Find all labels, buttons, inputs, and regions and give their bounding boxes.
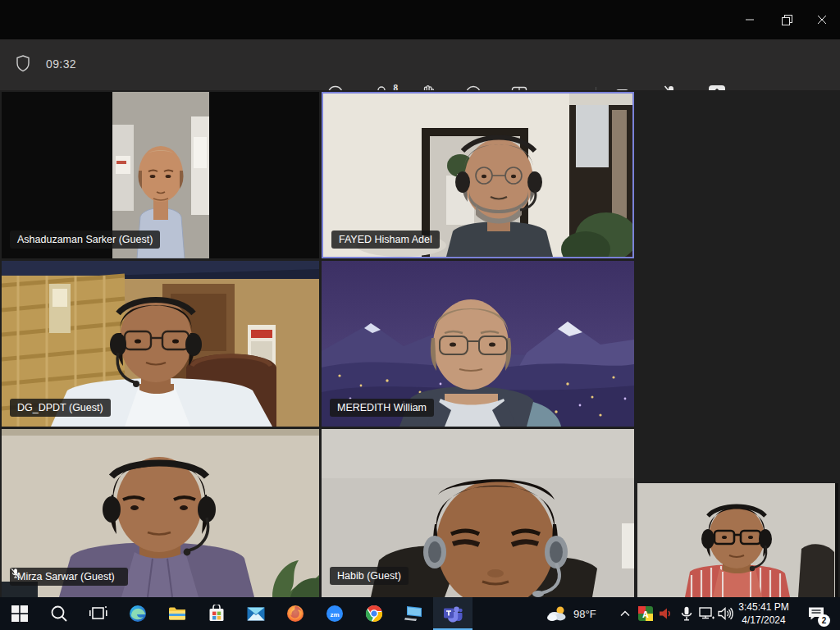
security-shield-icon <box>16 55 30 72</box>
teams-meeting-window: 09:32 Chat 8 People Raise React <box>0 0 840 630</box>
participant-tile-mannaf[interactable]: DM Mannaf, Director DPDT (Guest) <box>637 92 838 486</box>
zoom-icon[interactable]: zm <box>315 597 354 630</box>
tray-microphone[interactable] <box>676 597 696 630</box>
participant-tile-mirza[interactable]: Mirza Sarwar (Guest) <box>2 429 319 597</box>
weather-widget[interactable]: 98°F <box>546 597 596 630</box>
name-label: Mirza Sarwar (Guest) <box>10 568 128 586</box>
teams-icon[interactable] <box>433 597 472 630</box>
edge-icon[interactable] <box>118 597 158 630</box>
title-bar <box>0 0 840 39</box>
folder-icon <box>168 606 186 621</box>
tray-avro-keyboard[interactable]: A <box>635 597 655 630</box>
action-center-button[interactable]: 2 <box>800 597 833 630</box>
meeting-timer: 09:32 <box>46 57 76 71</box>
store-icon[interactable] <box>197 597 236 630</box>
file-explorer-icon[interactable] <box>158 597 197 630</box>
zoom-logo-icon: zm <box>326 605 344 623</box>
name-label: MEREDITH William <box>330 399 434 417</box>
restore-icon <box>782 15 792 25</box>
volume-icon <box>718 607 733 620</box>
minimize-button[interactable] <box>731 0 769 39</box>
participant-tile-habib[interactable]: Habib (Guest) <box>322 429 634 597</box>
clock[interactable]: 3:45:41 PM 4/17/2024 <box>735 600 792 627</box>
participant-tile-fayed[interactable]: FAYED Hisham Adel <box>322 92 634 258</box>
meeting-toolbar: 09:32 Chat 8 People Raise React <box>0 39 840 90</box>
svg-text:A: A <box>642 609 649 619</box>
red-speaker-icon <box>659 607 673 620</box>
video-unnamed <box>637 483 838 597</box>
name-label: FAYED Hisham Adel <box>331 231 440 249</box>
task-view-icon <box>89 605 107 622</box>
teams-logo-icon <box>443 605 463 623</box>
monitor-icon <box>404 605 423 622</box>
temperature: 98°F <box>573 608 596 620</box>
chevron-up-icon <box>620 610 630 617</box>
minimize-icon <box>745 15 755 25</box>
firefox-icon[interactable] <box>276 597 315 630</box>
clock-time: 3:45:41 PM <box>735 600 792 614</box>
start-button[interactable] <box>0 597 39 630</box>
envelope-icon <box>247 607 265 621</box>
partly-cloudy-icon <box>546 605 568 622</box>
chrome-logo-icon <box>365 605 383 623</box>
windows-taskbar: zm 98°F <box>0 597 840 630</box>
avro-keyboard-icon: A <box>638 606 653 621</box>
search-button[interactable] <box>39 597 79 630</box>
windows-logo-icon <box>11 605 28 622</box>
tray-mic-icon <box>681 606 692 622</box>
video-stage: Ashaduzaman Sarker (Guest) <box>0 90 840 597</box>
hidden-icons-chevron[interactable] <box>615 597 635 630</box>
network-icon <box>699 607 715 621</box>
name-label: DG_DPDT (Guest) <box>10 399 111 417</box>
task-view-button[interactable] <box>79 597 118 630</box>
tray-volume[interactable] <box>715 597 736 630</box>
name-label: Habib (Guest) <box>330 567 409 585</box>
notification-badge: 2 <box>818 614 830 627</box>
close-button[interactable] <box>803 0 840 39</box>
participant-tile-unnamed[interactable] <box>637 483 838 597</box>
participant-tile-meredith[interactable]: MEREDITH William <box>322 261 634 427</box>
search-icon <box>50 605 68 623</box>
tray-speaker-red[interactable] <box>655 597 676 630</box>
clock-date: 4/17/2024 <box>735 614 792 627</box>
tray-network[interactable] <box>696 597 717 630</box>
zoom-logo-text: zm <box>330 611 339 619</box>
participant-tile-dgdpdt[interactable]: DG_DPDT (Guest) <box>2 261 319 427</box>
restore-button[interactable] <box>768 0 806 39</box>
name-label: Ashaduzaman Sarker (Guest) <box>10 231 160 249</box>
firefox-logo-icon <box>286 605 304 623</box>
edge-logo-icon <box>129 605 147 623</box>
participant-tile-ashaduzaman[interactable]: Ashaduzaman Sarker (Guest) <box>2 92 319 258</box>
close-icon <box>817 15 827 25</box>
ms-store-icon <box>208 605 225 623</box>
mail-icon[interactable] <box>236 597 276 630</box>
chrome-icon[interactable] <box>354 597 394 630</box>
remote-desktop-icon[interactable] <box>394 597 433 630</box>
